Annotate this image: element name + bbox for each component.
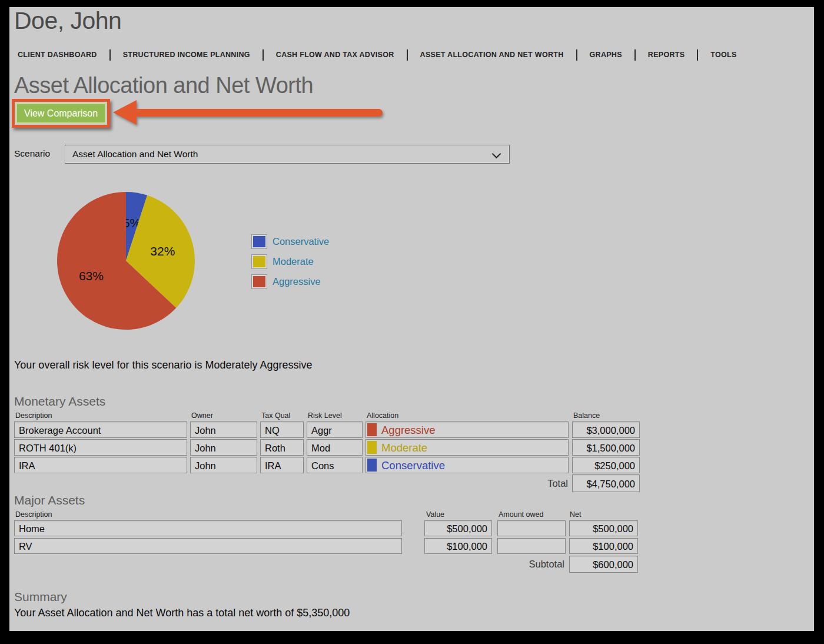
major-assets-title: Major Assets [14,493,85,507]
nav-separator [634,49,636,61]
monetary-risk-level-cell[interactable]: Cons [307,457,363,473]
legend-label: Conservative [273,236,329,247]
major-value-cell[interactable]: $500,000 [424,520,492,536]
legend-label: Aggressive [273,276,321,287]
monetary-owner-cell[interactable]: John [190,457,257,473]
col-header-balance: Balance [573,411,600,420]
major-net-cell[interactable]: $500,000 [569,520,638,536]
major-description-cell[interactable]: Home [14,520,402,536]
screenshot-root: { "client": { "name": "Doe, John" }, "na… [0,0,824,644]
col-header-description: Description [15,510,52,519]
col-header-value: Value [426,510,444,519]
monetary-tax-qual-cell[interactable]: Roth [260,439,304,456]
legend-item-moderate: Moderate [253,251,329,271]
major-subtotal-value: $600,000 [569,556,638,573]
nav-item-cash-flow-and-tax-advisor[interactable]: CASH FLOW AND TAX ADVISOR [276,51,394,59]
summary-title: Summary [14,590,67,604]
monetary-balance-cell[interactable]: $250,000 [572,457,640,473]
nav-item-client-dashboard[interactable]: CLIENT DASHBOARD [18,51,97,59]
col-header-allocation: Allocation [367,411,398,420]
nav-item-tools[interactable]: TOOLS [710,51,736,59]
chart-legend: Conservative Moderate Aggressive [253,231,329,291]
monetary-total-value: $4,750,000 [572,474,640,492]
allocation-color-bar [367,441,377,454]
col-header-risk-level: Risk Level [308,411,342,420]
col-header-net: Net [570,510,581,519]
legend-label: Moderate [273,256,314,267]
legend-item-aggressive: Aggressive [253,271,329,291]
major-description-cell[interactable]: RV [14,538,402,554]
monetary-allocation-cell[interactable]: Conservative [366,457,569,473]
allocation-value: Moderate [381,441,427,454]
major-subtotal-label: Subtotal [476,559,564,570]
nav-separator [697,49,698,61]
monetary-risk-level-cell[interactable]: Mod [307,439,363,456]
legend-swatch-aggressive [253,276,265,287]
monetary-balance-cell[interactable]: $1,500,000 [572,439,640,456]
monetary-total-label: Total [483,478,568,489]
nav-separator [407,49,408,61]
allocation-value: Aggressive [381,424,436,436]
client-name: Doe, John [14,7,121,35]
monetary-allocation-cell[interactable]: Moderate [366,439,569,456]
annotation-arrow [113,100,384,126]
allocation-value: Conservative [381,459,445,472]
allocation-color-bar [367,423,377,436]
nav-item-asset-allocation-and-net-worth[interactable]: ASSET ALLOCATION AND NET WORTH [420,51,564,59]
chevron-down-icon [492,150,501,159]
annotation-arrow-tail [134,109,383,117]
major-value-cell[interactable]: $100,000 [424,538,492,554]
col-header-owner: Owner [191,411,213,420]
monetary-balance-cell[interactable]: $3,000,000 [572,421,640,438]
monetary-description-cell[interactable]: IRA [14,457,187,473]
major-amount-owed-cell[interactable] [497,538,566,554]
annotation-highlight-box: View Comparison [12,99,110,128]
risk-level-statement: Your overall risk level for this scenari… [14,359,313,371]
legend-swatch-moderate [253,256,265,267]
monetary-tax-qual-cell[interactable]: IRA [260,457,304,473]
nav-separator [576,49,577,61]
monetary-tax-qual-cell[interactable]: NQ [260,421,304,438]
scenario-selected-value: Asset Allocation and Net Worth [72,145,198,163]
legend-item-conservative: Conservative [253,231,329,251]
nav-separator [263,49,264,61]
major-amount-owed-cell[interactable] [497,520,566,536]
pie-slice-label: 63% [79,269,104,283]
monetary-allocation-cell[interactable]: Aggressive [366,421,569,438]
nav-item-reports[interactable]: REPORTS [648,51,685,59]
scenario-label: Scenario [14,148,50,159]
col-header-tax-qual: Tax Qual [261,411,290,420]
major-net-cell[interactable]: $100,000 [569,538,638,554]
nav-item-graphs[interactable]: GRAPHS [590,51,622,59]
main-nav: CLIENT DASHBOARD STRUCTURED INCOME PLANN… [18,48,737,62]
monetary-owner-cell[interactable]: John [190,421,257,438]
scenario-select[interactable]: Asset Allocation and Net Worth [65,145,510,164]
monetary-description-cell[interactable]: Brokerage Account [14,421,187,438]
monetary-description-cell[interactable]: ROTH 401(k) [14,439,187,456]
summary-text: Your Asset Allocation and Net Worth has … [14,607,350,619]
col-header-description: Description [15,411,52,420]
page-title: Asset Allocation and Net Worth [14,73,313,98]
view-comparison-button[interactable]: View Comparison [16,103,106,124]
col-header-amount-owed: Amount owed [499,510,543,519]
nav-separator [109,49,111,61]
app-page: Doe, John CLIENT DASHBOARD STRUCTURED IN… [9,7,814,631]
allocation-color-bar [367,459,377,472]
monetary-risk-level-cell[interactable]: Aggr [307,421,363,438]
allocation-pie-chart: 5%32%63% [52,187,200,334]
monetary-assets-title: Monetary Assets [14,394,105,409]
legend-swatch-conservative [253,236,265,247]
annotation-arrow-head-icon [113,100,137,125]
nav-item-structured-income-planning[interactable]: STRUCTURED INCOME PLANNING [123,51,250,59]
pie-slice-label: 32% [150,244,175,258]
monetary-owner-cell[interactable]: John [190,439,257,456]
